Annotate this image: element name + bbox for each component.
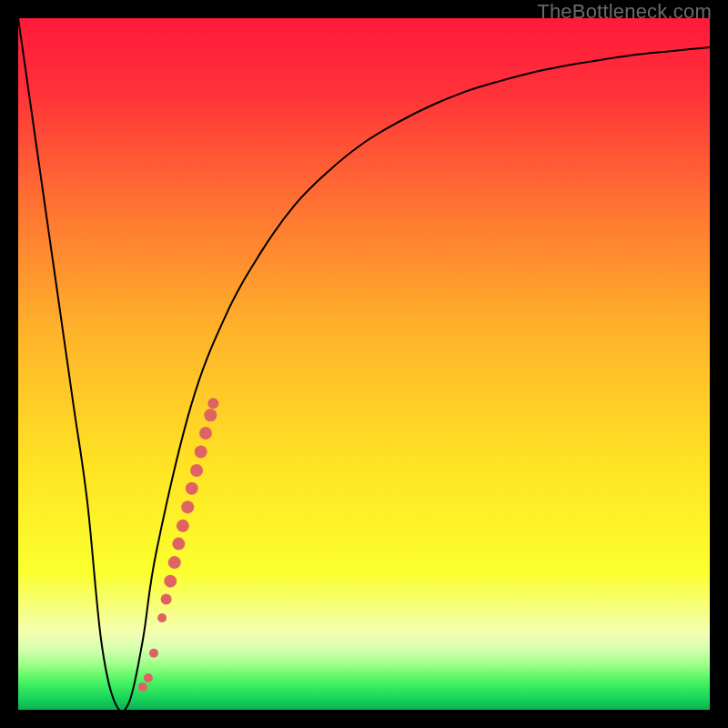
highlight-point: [195, 446, 207, 459]
highlight-point: [138, 682, 147, 692]
highlight-point: [204, 409, 217, 421]
highlight-point: [144, 673, 153, 682]
highlight-point: [149, 649, 158, 658]
highlight-point: [181, 500, 194, 513]
highlight-point: [157, 613, 167, 622]
highlight-point: [186, 482, 198, 495]
highlight-point: [207, 398, 218, 409]
highlight-point: [161, 593, 172, 604]
highlight-point: [164, 575, 177, 588]
highlight-point: [190, 464, 203, 477]
highlight-point: [168, 556, 181, 569]
watermark-text: TheBottleneck.com: [537, 0, 712, 24]
chart-svg: [18, 18, 710, 710]
highlight-point: [199, 427, 212, 440]
highlight-point: [177, 520, 189, 532]
chart-frame: TheBottleneck.com: [0, 0, 728, 728]
highlight-point: [172, 538, 185, 551]
gradient-background: [18, 18, 710, 710]
plot-area: [18, 18, 710, 710]
